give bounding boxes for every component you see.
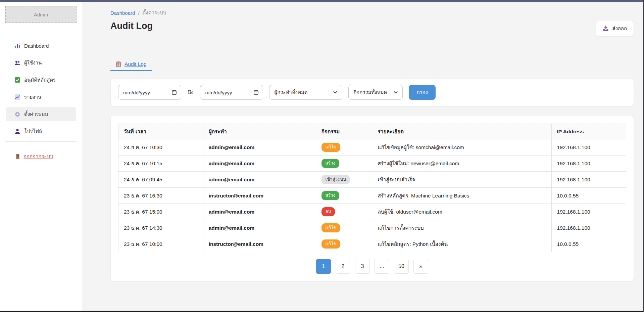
page-button-50[interactable]: 50 xyxy=(394,259,409,274)
action-badge-edit: แก้ไข xyxy=(321,239,341,249)
pagination-ellipsis: ... xyxy=(375,259,389,274)
admin-logo: Admin xyxy=(5,6,77,23)
table-row: 24 ธ.ค. 67 10:15admin@email.comสร้างสร้า… xyxy=(118,155,626,172)
date-to-input[interactable]: mm/dd/yyyy xyxy=(200,85,263,100)
cell-datetime: 23 ธ.ค. 67 15:00 xyxy=(118,204,203,220)
sidebar-item-label: Dashboard xyxy=(24,43,49,49)
cell-actor: admin@email.com xyxy=(203,155,316,172)
column-header-5: IP Address xyxy=(551,124,626,139)
export-button[interactable]: ส่งออก xyxy=(596,21,634,36)
cell-action: ลบ xyxy=(316,204,372,220)
column-header-1: วันที่-เวลา xyxy=(118,124,203,139)
clipboard-icon xyxy=(115,61,121,67)
cell-ip: 192.168.1.100 xyxy=(551,220,626,236)
cell-ip: 10.0.0.55 xyxy=(551,188,626,204)
action-badge-create: สร้าง xyxy=(321,159,340,168)
cell-actor: admin@email.com xyxy=(203,139,316,155)
cell-datetime: 23 ธ.ค. 67 16:30 xyxy=(118,188,203,204)
activity-filter-value: กิจกรรมทั้งหมด xyxy=(353,88,387,96)
cell-ip: 192.168.1.100 xyxy=(551,172,626,188)
page-button-1[interactable]: 1 xyxy=(316,259,331,274)
cell-ip: 192.168.1.100 xyxy=(551,155,626,172)
sidebar-item-approve-courses[interactable]: อนุมัติหลักสูตร xyxy=(6,73,76,87)
sidebar-item-label: ผู้ใช้งาน xyxy=(24,59,42,67)
sidebar-item-settings[interactable]: ตั้งค่าระบบ xyxy=(6,107,76,121)
date-to-placeholder: mm/dd/yyyy xyxy=(205,90,232,95)
cell-details: เข้าสู่ระบบสำเร็จ xyxy=(372,172,551,188)
activity-filter-select[interactable]: กิจกรรมทั้งหมด xyxy=(348,85,403,100)
cell-actor: admin@email.com xyxy=(203,204,316,220)
action-badge-delete: ลบ xyxy=(321,207,335,216)
sidebar-divider xyxy=(5,141,77,142)
column-header-4: รายละเอียด xyxy=(372,124,551,139)
cell-datetime: 24 ธ.ค. 67 10:15 xyxy=(118,155,203,172)
cell-action: แก้ไข xyxy=(316,220,372,236)
cell-details: ลบผู้ใช้: olduser@email.com xyxy=(372,204,551,220)
sidebar-item-label: ตั้งค่าระบบ xyxy=(24,110,48,118)
page-title: Audit Log xyxy=(110,21,153,31)
date-from-placeholder: mm/dd/yyyy xyxy=(123,90,150,95)
column-header-2: ผู้กระทำ xyxy=(203,124,316,139)
action-badge-create: สร้าง xyxy=(321,191,340,200)
cell-details: สร้างหลักสูตร: Machine Learning Basics xyxy=(372,188,551,204)
cell-details: แก้ไขหลักสูตร: Python เบื้องต้น xyxy=(372,236,551,252)
table-header-row: วันที่-เวลาผู้กระทำกิจกรรมรายละเอียดIP A… xyxy=(118,124,626,139)
filter-button[interactable]: กรอง xyxy=(409,85,435,100)
export-button-label: ส่งออก xyxy=(612,25,627,33)
breadcrumb-dashboard-link[interactable]: Dashboard xyxy=(110,10,135,16)
calendar-icon[interactable] xyxy=(253,90,259,95)
cell-details: แก้ไขการตั้งค่าระบบ xyxy=(372,220,551,236)
tab-audit-log-label: Audit Log xyxy=(125,61,147,67)
logout-label: ออกจากระบบ xyxy=(23,152,53,161)
window-bottom-border xyxy=(0,311,644,312)
pagination: 123...50» xyxy=(118,259,626,274)
main-content: Dashboard / ตั้งค่าระบบ Audit Log ส่งออก… xyxy=(82,0,644,312)
sidebar: Admin Dashboardผู้ใช้งานอนุมัติหลักสูตรร… xyxy=(0,0,82,312)
cell-actor: instructor@email.com xyxy=(203,236,316,252)
sidebar-item-reports[interactable]: รายงาน xyxy=(6,90,76,104)
action-badge-edit: แก้ไข xyxy=(321,223,341,232)
breadcrumb-separator: / xyxy=(138,10,139,16)
cell-ip: 10.0.0.55 xyxy=(551,236,626,252)
tab-audit-log[interactable]: Audit Log xyxy=(110,58,152,71)
chevron-down-icon xyxy=(394,91,398,94)
cell-actor: instructor@email.com xyxy=(203,188,316,204)
sidebar-item-label: อนุมัติหลักสูตร xyxy=(24,76,56,84)
sidebar-item-label: รายงาน xyxy=(24,93,41,101)
settings-gear-icon xyxy=(14,111,20,117)
table-row: 24 ธ.ค. 67 10:30admin@email.comแก้ไขแก้ไ… xyxy=(118,139,626,155)
cell-action: สร้าง xyxy=(316,155,372,172)
cell-actor: admin@email.com xyxy=(203,172,316,188)
table-row: 23 ธ.ค. 67 10:00instructor@email.comแก้ไ… xyxy=(118,236,626,252)
page-button-3[interactable]: 3 xyxy=(355,259,370,274)
sidebar-item-label: โปรไฟล์ xyxy=(24,127,42,135)
calendar-icon[interactable] xyxy=(171,90,177,95)
cell-ip: 192.168.1.100 xyxy=(551,139,626,155)
audit-log-table-card: วันที่-เวลาผู้กระทำกิจกรรมรายละเอียดIP A… xyxy=(110,116,634,281)
table-row: 24 ธ.ค. 67 09:45admin@email.comเข้าสู่ระ… xyxy=(118,172,626,188)
cell-datetime: 23 ธ.ค. 67 10:00 xyxy=(118,236,203,252)
logout-link[interactable]: ออกจากระบบ xyxy=(15,152,53,161)
actor-filter-value: ผู้กระทำทั้งหมด xyxy=(274,88,307,96)
table-row: 23 ธ.ค. 67 14:30admin@email.comแก้ไขแก้ไ… xyxy=(118,220,626,236)
sidebar-item-dashboard[interactable]: Dashboard xyxy=(6,39,76,53)
course-approve-icon xyxy=(14,77,20,83)
date-from-input[interactable]: mm/dd/yyyy xyxy=(118,85,181,100)
cell-details: แก้ไขข้อมูลผู้ใช้: somchai@email.com xyxy=(372,139,551,155)
table-row: 23 ธ.ค. 67 16:30instructor@email.comสร้า… xyxy=(118,188,626,204)
cell-action: สร้าง xyxy=(316,188,372,204)
window-top-border xyxy=(0,0,644,2)
action-badge-edit: แก้ไข xyxy=(321,143,341,152)
sidebar-item-profile[interactable]: โปรไฟล์ xyxy=(6,124,76,138)
column-header-3: กิจกรรม xyxy=(316,124,372,139)
profile-icon xyxy=(14,128,20,134)
page-header: Audit Log ส่งออก xyxy=(110,21,634,36)
report-icon xyxy=(14,94,20,100)
door-icon xyxy=(15,154,20,159)
sidebar-item-users[interactable]: ผู้ใช้งาน xyxy=(6,56,76,70)
cell-ip: 192.168.1.100 xyxy=(551,204,626,220)
actor-filter-select[interactable]: ผู้กระทำทั้งหมด xyxy=(269,85,342,100)
next-page-button[interactable]: » xyxy=(413,259,428,274)
page-button-2[interactable]: 2 xyxy=(336,259,350,274)
cell-action: แก้ไข xyxy=(316,139,372,155)
